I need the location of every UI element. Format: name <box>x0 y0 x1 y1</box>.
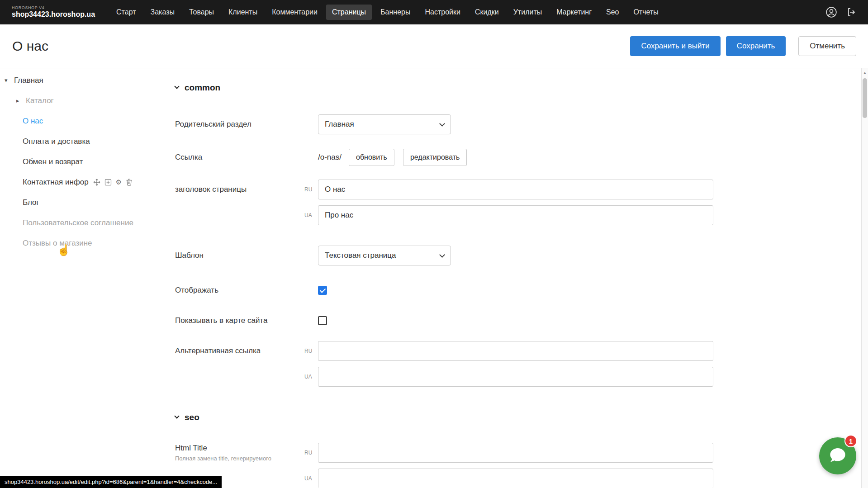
settings-icon[interactable]: ⚙ <box>116 179 122 185</box>
page-title-ru-row: заголовок страницы RU <box>175 180 868 199</box>
template-row: Шаблон Текстовая страница <box>175 246 868 265</box>
chevron-down-icon <box>174 413 179 418</box>
save-button[interactable]: Сохранить <box>726 36 786 56</box>
sitemap-checkbox[interactable] <box>318 316 327 325</box>
tree-item-8[interactable]: Отзывы о магазине <box>0 233 159 253</box>
header-buttons: Сохранить и выйти Сохранить Отменить <box>630 36 856 56</box>
lang-badge-ua: UA <box>304 212 318 218</box>
parent-section-select[interactable]: Главная <box>318 114 451 134</box>
delete-icon[interactable] <box>126 179 133 186</box>
tree-item-label: Отзывы о магазине <box>23 239 92 248</box>
nav-item-9[interactable]: Утилиты <box>508 5 548 20</box>
status-url-tooltip: shop34423.horoshop.ua/edit/edit.php?id=6… <box>0 476 222 488</box>
section-common[interactable]: common <box>175 82 868 94</box>
nav-item-1[interactable]: Заказы <box>145 5 180 20</box>
link-label: Ссылка <box>175 153 304 162</box>
chevron-down-icon <box>174 84 179 89</box>
tree-item-1[interactable]: ▸Каталог <box>0 90 159 111</box>
section-seo[interactable]: seo <box>175 412 868 423</box>
tree-item-label: Каталог <box>26 96 54 105</box>
nav-item-10[interactable]: Маркетинг <box>550 5 598 20</box>
link-row: Ссылка /o-nas/ обновить редактировать <box>175 149 868 166</box>
html-title-ua-row: UA <box>175 469 868 488</box>
nav-item-11[interactable]: Seo <box>600 5 625 20</box>
nav-item-3[interactable]: Клиенты <box>223 5 263 20</box>
tree-item-6[interactable]: Блог <box>0 192 159 213</box>
scrollbar-thumb[interactable] <box>863 78 867 118</box>
expand-icon[interactable]: ▸ <box>16 97 23 104</box>
parent-section-label: Родительский раздел <box>175 120 304 129</box>
lang-badge-ru: RU <box>304 450 318 456</box>
pages-tree-sidebar: ▾Главная▸КаталогО насОплата и доставкаОб… <box>0 68 159 488</box>
link-value: /o-nas/ <box>318 153 342 162</box>
tree-item-2[interactable]: О нас <box>0 111 159 131</box>
alt-link-label: Альтернативная ссылка <box>175 346 304 355</box>
tree-item-actions: ⚙ <box>93 179 133 186</box>
tree-item-4[interactable]: Обмен и возврат <box>0 152 159 172</box>
nav-item-12[interactable]: Отчеты <box>628 5 664 20</box>
top-navbar: HOROSHOP V4 shop34423.horoshop.ua СтартЗ… <box>0 0 868 24</box>
nav-item-2[interactable]: Товары <box>183 5 220 20</box>
alt-link-ua-input[interactable] <box>318 367 713 387</box>
parent-section-row: Родительский раздел Главная <box>175 114 868 134</box>
main-menu: СтартЗаказыТоварыКлиентыКомментарииСтран… <box>110 5 825 20</box>
nav-item-0[interactable]: Старт <box>110 5 142 20</box>
add-icon[interactable] <box>104 179 112 186</box>
nav-item-8[interactable]: Скидки <box>469 5 505 20</box>
nav-item-5[interactable]: Страницы <box>326 5 372 20</box>
logo[interactable]: HOROSHOP V4 shop34423.horoshop.ua <box>0 6 110 18</box>
lang-badge-ru: RU <box>304 348 318 354</box>
sitemap-row: Показывать в карте сайта <box>175 316 868 325</box>
alt-link-ru-input[interactable] <box>318 341 713 361</box>
main-area: ▾Главная▸КаталогО насОплата и доставкаОб… <box>0 68 868 488</box>
lang-badge-ua: UA <box>304 475 318 482</box>
navbar-right <box>825 6 868 18</box>
html-title-hint: Полная замена title, генерируемого <box>175 455 304 462</box>
html-title-label: Html Title <box>175 444 304 453</box>
html-title-ru-input[interactable] <box>318 443 713 463</box>
lang-badge-ua: UA <box>304 374 318 380</box>
display-label: Отображать <box>175 286 304 295</box>
tree-item-label: Оплата и доставка <box>23 137 90 146</box>
page-title-ua-row: UA <box>175 205 868 225</box>
page-title-label: заголовок страницы <box>175 185 304 194</box>
tree-item-label: Главная <box>14 76 43 85</box>
section-seo-label: seo <box>185 412 199 422</box>
tree-item-7[interactable]: Пользовательское соглашение <box>0 213 159 233</box>
scroll-up-icon[interactable]: ▲ <box>862 68 868 75</box>
move-icon[interactable] <box>93 179 100 186</box>
alt-link-ru-row: Альтернативная ссылка RU <box>175 341 868 361</box>
chat-unread-badge: 1 <box>844 435 857 447</box>
nav-item-7[interactable]: Настройки <box>419 5 466 20</box>
page-title: О нас <box>12 38 630 54</box>
link-refresh-button[interactable]: обновить <box>349 149 394 166</box>
template-select[interactable]: Текстовая страница <box>318 246 451 265</box>
alt-link-ua-row: UA <box>175 367 868 387</box>
parent-section-value: Главная <box>325 120 354 129</box>
tree-item-3[interactable]: Оплата и доставка <box>0 131 159 152</box>
tree-item-0[interactable]: ▾Главная <box>0 70 159 90</box>
html-title-ru-row: Html Title Полная замена title, генериру… <box>175 443 868 463</box>
tree-item-5[interactable]: Контактная инфор⚙ <box>0 172 159 192</box>
tree-item-label: Пользовательское соглашение <box>23 218 133 227</box>
nav-item-4[interactable]: Комментарии <box>266 5 323 20</box>
logout-icon[interactable] <box>846 7 857 18</box>
lang-badge-ru: RU <box>304 186 318 193</box>
cancel-button[interactable]: Отменить <box>798 36 856 56</box>
page-title-ru-input[interactable] <box>318 180 713 199</box>
sitemap-label: Показывать в карте сайта <box>175 316 304 325</box>
logo-version: HOROSHOP V4 <box>12 6 95 10</box>
nav-item-6[interactable]: Баннеры <box>375 5 416 20</box>
display-row: Отображать <box>175 286 868 295</box>
tree-item-label: О нас <box>23 117 43 126</box>
link-edit-button[interactable]: редактировать <box>403 149 467 166</box>
page-title-ua-input[interactable] <box>318 205 713 225</box>
chat-launcher-button[interactable]: 1 <box>819 437 856 474</box>
save-and-exit-button[interactable]: Сохранить и выйти <box>630 36 720 56</box>
chevron-down-icon <box>439 121 445 127</box>
collapse-icon[interactable]: ▾ <box>5 77 11 84</box>
html-title-ua-input[interactable] <box>318 469 713 488</box>
vertical-scrollbar[interactable]: ▲ <box>861 68 868 488</box>
account-icon[interactable] <box>825 6 837 18</box>
display-checkbox[interactable] <box>318 286 327 295</box>
